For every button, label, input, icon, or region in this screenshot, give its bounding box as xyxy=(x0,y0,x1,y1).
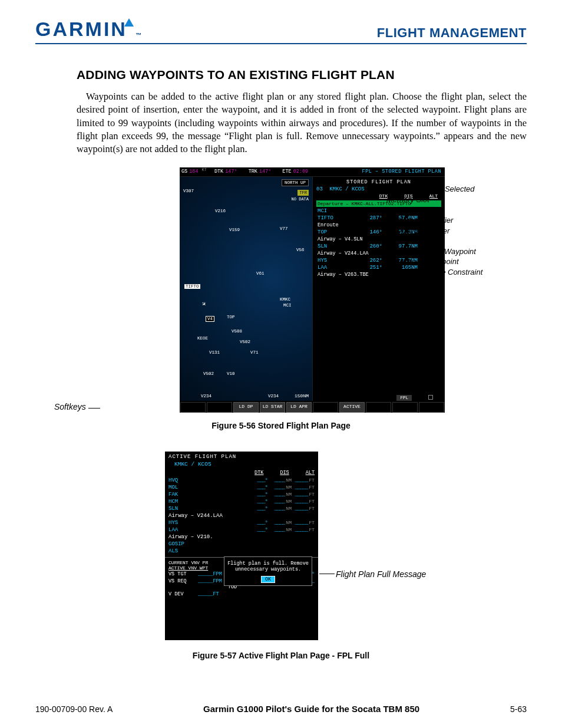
dtk-value: 147° xyxy=(225,167,240,176)
section-title: FLIGHT MANAGEMENT xyxy=(377,25,527,41)
gs-label: GS xyxy=(180,167,189,176)
afpl-columns: DTK DIS ALT xyxy=(168,470,315,476)
map-label: V234 xyxy=(268,394,279,398)
leader-line xyxy=(319,574,335,574)
leader-line xyxy=(88,408,100,409)
callout-item: - Memory Slot xyxy=(382,195,482,205)
map-label: V56 xyxy=(296,248,305,252)
callout-item: - Comment xyxy=(382,205,482,215)
gs-unit: KT xyxy=(202,167,207,176)
map-label: V71 xyxy=(250,350,259,355)
dtk-label: DTK xyxy=(213,167,225,176)
col-alt: ALT xyxy=(306,470,315,476)
softkey-ld-dp[interactable]: LD DP xyxy=(233,402,259,413)
softkey-ld-star[interactable]: LD STAR xyxy=(260,402,285,413)
ete-value: 02:09 xyxy=(293,167,312,176)
trk-value: 147° xyxy=(259,167,275,176)
garmin-triangle-icon xyxy=(124,18,134,27)
figure-57-caption: Figure 5-57 Active Flight Plan Page - FP… xyxy=(35,651,527,660)
waypoint-row[interactable]: LAA___° ____NM _____FT xyxy=(168,526,315,533)
body-paragraph: Waypoints can be added to the active fli… xyxy=(77,90,527,156)
softkey[interactable] xyxy=(313,402,338,413)
map-label: V502 xyxy=(203,371,214,376)
ete-label: ETE xyxy=(280,167,293,176)
mfd-page-title: FPL – STORED FLIGHT PLAN xyxy=(359,167,445,176)
waypoint-row[interactable]: SLN___° ____NM _____FT xyxy=(168,505,315,512)
softkey[interactable] xyxy=(419,402,444,413)
map-scale: 150NM xyxy=(295,393,309,398)
north-up-badge: NORTH UP xyxy=(282,179,309,186)
memory-slot: 03 xyxy=(316,186,323,192)
callout-item: - Waypoint Altitude Constraint xyxy=(382,267,482,278)
map-label: V77 xyxy=(280,226,288,231)
map-label: V10 xyxy=(227,371,235,376)
waypoint-row[interactable]: HCM___° ____NM _____FT xyxy=(168,498,315,505)
map-label: V131 xyxy=(209,350,220,355)
active-fpl-screenshot: ACTIVE FLIGHT PLAN KMKC / KCOS DTK DIS A… xyxy=(165,452,318,640)
callout-title: Stored Flight Plan Selected xyxy=(382,184,482,195)
popup-line1: Flight plan is full. Remove xyxy=(227,561,309,566)
waypoint-row[interactable]: GOSIP xyxy=(168,541,315,548)
waypoint-row[interactable]: HYS___° ____NM _____FT xyxy=(168,519,315,526)
page-number: 5-63 xyxy=(510,704,527,714)
page-footer: 190-00709-00 Rev. A Garmin G1000 Pilot's… xyxy=(35,704,527,714)
doc-number: 190-00709-00 Rev. A xyxy=(35,704,113,714)
callout-item: - Airway Identifier xyxy=(382,236,482,246)
route-comment: KMKC / KCOS xyxy=(329,186,364,192)
softkey[interactable] xyxy=(180,402,206,413)
waypoint-row[interactable]: ALS xyxy=(168,548,315,555)
callout-fpl-full: Flight Plan Full Message xyxy=(336,569,426,579)
nodata-label: NO DATA xyxy=(292,197,309,202)
map-label: V159 xyxy=(229,228,240,232)
popup-line2: unnecessary waypoints. xyxy=(227,566,309,572)
trademark-icon: ™ xyxy=(135,32,143,38)
map-label: V234 xyxy=(201,394,211,398)
gs-value: 184 xyxy=(189,167,201,176)
figure-56-caption: Figure 5-56 Stored Flight Plan Page xyxy=(35,421,527,430)
softkey[interactable] xyxy=(366,402,391,413)
callout-item: - Waypoint Identifier xyxy=(382,226,482,236)
waypoint-row[interactable]: MOL___° ____NM _____FT xyxy=(168,484,315,491)
softkey-active[interactable]: ACTIVE xyxy=(339,402,365,413)
col-dis: DIS xyxy=(280,470,289,476)
map-label: V307 xyxy=(183,189,194,193)
map-label: V4 xyxy=(206,316,214,322)
tfr-badge: TFR xyxy=(297,190,309,196)
segment-airway: Airway – V244.LAA xyxy=(168,512,315,519)
map-label: V61 xyxy=(256,271,265,276)
map-label: TOP xyxy=(227,315,235,319)
page-group-tab: FPL xyxy=(396,395,412,401)
leader-line xyxy=(366,189,381,189)
callout-item: - Procedure Identifier xyxy=(382,215,482,226)
trk-label: TRK xyxy=(247,167,259,176)
waypoint-row[interactable]: FAK___° ____NM _____FT xyxy=(168,491,315,498)
afpl-route: KMKC / KCOS xyxy=(174,461,315,467)
softkey-bar: LD DP LD STAR LD APR ACTIVE xyxy=(180,402,445,413)
vnv-row: V DEV_____FT xyxy=(168,591,315,598)
softkey-ld-apr[interactable]: LD APR xyxy=(286,402,312,413)
waypoint-row[interactable]: HVQ___° ____NM _____FT xyxy=(168,477,315,484)
segment-airway: Airway – V210. xyxy=(168,533,315,541)
callout-item: - Desired Track to Waypoint xyxy=(382,246,482,257)
nav-map: NORTH UP TFR NO DATA ✈ 150NM V307 V216 V… xyxy=(180,177,312,401)
softkey[interactable] xyxy=(207,402,232,413)
doc-title: Garmin G1000 Pilot's Guide for the Socat… xyxy=(203,704,419,714)
map-label: KMKC xyxy=(280,297,290,302)
mfd-top-bar: GS 184KT DTK 147° TRK 147° ETE 02:09 FPL… xyxy=(180,167,445,177)
map-label: V216 xyxy=(215,209,226,213)
page-indicator-icon xyxy=(428,395,433,400)
garmin-logo: GARMIN ™ xyxy=(35,18,146,41)
brand-text: GARMIN xyxy=(35,18,127,41)
callout-stored-fpl: Stored Flight Plan Selected - Memory Slo… xyxy=(382,184,482,277)
map-label: MCI xyxy=(283,303,292,308)
subsection-heading: ADDING WAYPOINTS TO AN EXISTING FLIGHT P… xyxy=(77,68,527,82)
ownship-icon: ✈ xyxy=(200,299,209,309)
callout-softkeys: Softkeys xyxy=(54,402,86,411)
popup-ok-button[interactable]: OK xyxy=(261,576,275,583)
map-label: V508 xyxy=(232,329,242,334)
figure-56-container: GS 184KT DTK 147° TRK 147° ETE 02:09 FPL… xyxy=(100,167,524,413)
map-label: KEOE xyxy=(197,336,208,341)
fpl-full-popup: Flight plan is full. Remove unnecessary … xyxy=(224,556,312,586)
softkey[interactable] xyxy=(392,402,418,413)
callout-item: - Distance to Waypoint xyxy=(382,256,482,267)
